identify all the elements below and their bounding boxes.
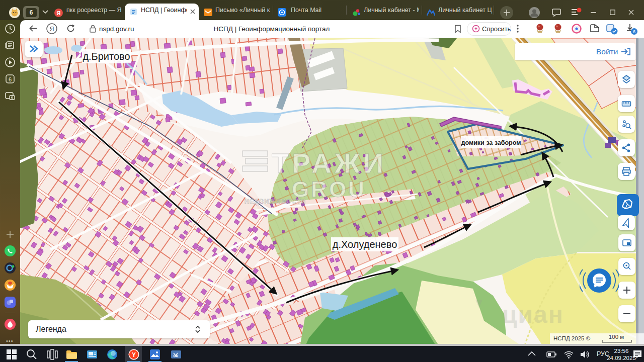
svg-text:НЕДВИЖИМОСТИ: НЕДВИЖИМОСТИ <box>245 198 306 205</box>
svg-text:Y: Y <box>132 351 136 358</box>
svg-text:д.Бритово: д.Бритово <box>83 51 130 62</box>
svg-text:д.Холуденево: д.Холуденево <box>333 239 397 250</box>
svg-text:циан: циан <box>502 301 564 328</box>
svg-text:Я: Я <box>50 26 54 33</box>
svg-text:Я: Я <box>57 10 61 16</box>
svg-text:домики за забором: домики за забором <box>461 139 521 146</box>
svg-text:ТРАЖИ: ТРАЖИ <box>272 147 386 179</box>
svg-text:6: 6 <box>633 29 635 34</box>
svg-text:6: 6 <box>9 76 12 82</box>
